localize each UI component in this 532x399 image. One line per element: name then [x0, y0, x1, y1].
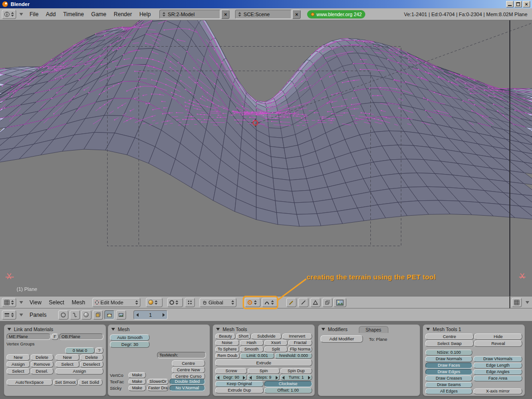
header-collapse-icon[interactable]	[526, 301, 529, 304]
window-minimize-button[interactable]	[506, 1, 514, 7]
mat-new-button[interactable]: New	[55, 354, 79, 361]
extrude-button[interactable]: Extrude	[215, 359, 312, 366]
centre-button[interactable]: Centre	[425, 333, 474, 340]
editing-context-button[interactable]	[104, 310, 115, 320]
spin-dup-button[interactable]: Spin Dup	[280, 368, 312, 374]
split-button[interactable]: Split	[264, 346, 288, 352]
mat-delete-button[interactable]: Delete	[80, 354, 104, 361]
frame-number-field[interactable]: 1	[133, 310, 168, 320]
mat-select-button[interactable]: Select	[55, 361, 79, 368]
editor-type-button[interactable]	[512, 298, 522, 307]
collapse-triangle-icon[interactable]	[7, 328, 11, 331]
turns-field[interactable]: Turns: 1	[280, 375, 312, 381]
draw-edges-toggle[interactable]: Draw Edges	[425, 369, 472, 375]
slash-tool-button[interactable]	[298, 298, 308, 307]
vg-deselect-button[interactable]: Desel.	[30, 368, 54, 375]
scene-close-button[interactable]: ×	[292, 10, 301, 19]
editor-type-button[interactable]	[2, 298, 16, 307]
double-sided-toggle[interactable]: Double Sided	[169, 379, 205, 385]
header-collapse-icon[interactable]	[19, 301, 23, 304]
decrement-icon[interactable]	[217, 376, 219, 380]
vg-remove-button[interactable]: Remove	[30, 361, 54, 368]
orientation-dropdown[interactable]: Global	[200, 298, 236, 307]
menu-add[interactable]: Add	[42, 11, 59, 18]
set-smooth-button[interactable]: Set Smoot	[53, 379, 78, 386]
collapse-triangle-icon[interactable]	[321, 328, 325, 331]
flip-normal-button[interactable]: Flip Norma	[288, 346, 312, 352]
vg-delete-button[interactable]: Delete	[30, 354, 54, 361]
fractal-button[interactable]: Fractal	[288, 340, 312, 346]
hash-button[interactable]: Hash	[240, 340, 264, 346]
panel-header[interactable]: Modifiers Shapes	[318, 325, 420, 332]
panel-header[interactable]: Mesh	[108, 325, 210, 332]
draw-faces-toggle[interactable]: Draw Faces	[425, 363, 472, 369]
screw-button[interactable]: Screw	[215, 368, 247, 374]
spin-button[interactable]: Spin	[248, 368, 279, 374]
vg-new-button[interactable]: New	[6, 354, 30, 361]
increment-icon[interactable]	[243, 376, 245, 380]
editor-type-button[interactable]	[2, 310, 16, 320]
logic-context-button[interactable]	[58, 310, 68, 320]
set-solid-button[interactable]: Set Solid	[78, 379, 103, 386]
make-sticky-button[interactable]: Make	[128, 385, 146, 391]
draw-type-dropdown[interactable]	[146, 298, 163, 307]
pet-falloff-dropdown[interactable]	[262, 298, 278, 307]
subdivide-button[interactable]: Subdivide	[251, 333, 282, 339]
hide-button[interactable]: Hide	[474, 333, 523, 340]
all-edges-toggle[interactable]: All Edges	[425, 388, 472, 394]
pivot-dropdown[interactable]	[167, 298, 183, 307]
offset-field[interactable]: Offset: 1.00	[264, 387, 313, 393]
to-sphere-button[interactable]: To Sphere	[215, 346, 239, 352]
menu-file[interactable]: File	[26, 11, 42, 18]
collapse-triangle-icon[interactable]	[216, 328, 220, 331]
beauty-button[interactable]: Beauty	[215, 333, 236, 339]
smooth-button[interactable]: Smooth	[240, 346, 264, 352]
f-button[interactable]: F	[51, 333, 59, 340]
degrees-field[interactable]: Degr: 90	[215, 375, 247, 381]
scene-context-button[interactable]	[116, 310, 126, 320]
add-modifier-button[interactable]: Add Modifier	[320, 335, 363, 343]
menu-select[interactable]: Select	[46, 299, 67, 306]
window-close-button[interactable]: ×	[523, 1, 530, 7]
limit-field[interactable]: Limit: 0.001	[240, 353, 275, 359]
edge-length-toggle[interactable]: Edge Length	[473, 363, 522, 369]
decrement-icon[interactable]	[249, 376, 252, 380]
pencil-tool-button[interactable]	[286, 298, 296, 307]
centre-new-button[interactable]: Centre New	[172, 367, 205, 373]
frame-increment-icon[interactable]	[163, 313, 165, 317]
mat-assign-button[interactable]: Assign	[55, 368, 103, 375]
auto-smooth-toggle[interactable]: Auto Smooth	[110, 334, 150, 341]
keep-original-toggle[interactable]: Keep Original	[215, 381, 264, 387]
object-context-button[interactable]	[93, 310, 103, 320]
increment-icon[interactable]	[308, 376, 310, 380]
noise-button[interactable]: Noise	[215, 340, 239, 346]
draw-normals-toggle[interactable]: Draw Normals	[425, 356, 472, 362]
scene-selector[interactable]: SCE:Scene	[235, 10, 291, 19]
shading-context-button[interactable]	[81, 310, 91, 320]
vg-assign-button[interactable]: Assign	[6, 361, 30, 368]
short-button[interactable]: Short	[236, 333, 251, 339]
script-context-button[interactable]	[70, 310, 80, 320]
make-vertcol-button[interactable]: Make	[128, 372, 146, 378]
nsize-field[interactable]: NSize: 0.100	[425, 350, 472, 356]
innervert-button[interactable]: Innervert	[282, 333, 313, 339]
make-texface-button[interactable]: Make	[128, 379, 146, 385]
texmesh-field[interactable]: TexMesh:	[157, 352, 206, 358]
render-preview-button[interactable]	[333, 298, 346, 307]
3d-viewport[interactable]: (1) Plane	[0, 20, 532, 296]
ob-field[interactable]: OB:Plane	[59, 333, 103, 340]
x-axis-mirror-toggle[interactable]: X-axis mirror	[473, 388, 522, 394]
menu-timeline[interactable]: Timeline	[60, 11, 87, 18]
header-collapse-icon[interactable]	[19, 13, 23, 16]
collapse-triangle-icon[interactable]	[426, 328, 430, 331]
screen-close-button[interactable]: ×	[221, 10, 230, 19]
decrement-icon[interactable]	[282, 376, 284, 380]
slower-draw-button[interactable]: SlowerDr	[147, 379, 169, 385]
collapse-triangle-icon[interactable]	[111, 328, 115, 331]
increment-icon[interactable]	[276, 376, 278, 380]
edge-angles-toggle[interactable]: Edge Angles	[473, 369, 522, 375]
frame-decrement-icon[interactable]	[136, 313, 139, 317]
me-field[interactable]: ME:Plane	[6, 333, 51, 340]
mode-dropdown[interactable]: Edit Mode	[92, 298, 140, 307]
proportional-edit-dropdown[interactable]	[245, 298, 260, 307]
